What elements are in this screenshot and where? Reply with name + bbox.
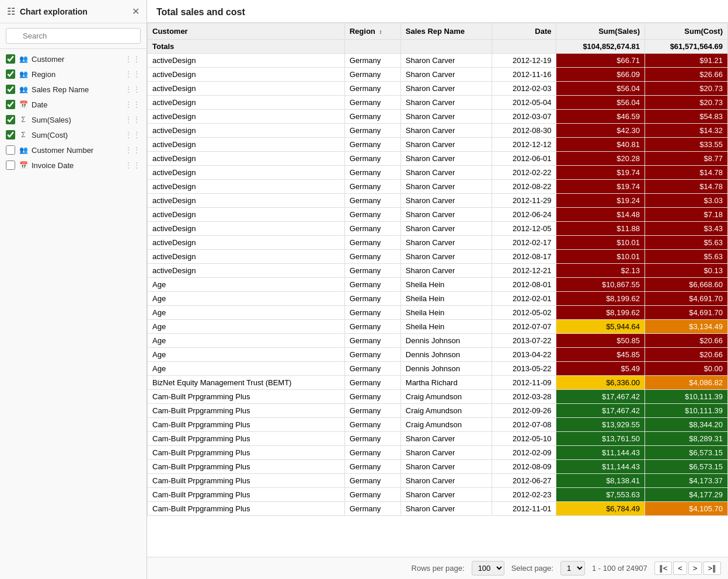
- table-wrap[interactable]: Customer Region ↕ Sales Rep Name Date Su…: [147, 23, 728, 557]
- table-row: activeDesign Germany Sharon Carver 2012-…: [148, 68, 728, 82]
- cell-region: Germany: [344, 138, 400, 152]
- drag-handle-sum_sales[interactable]: ⋮⋮: [124, 115, 141, 124]
- cell-date: 2012-03-28: [492, 390, 556, 404]
- cell-sales: $14.48: [556, 208, 645, 222]
- cell-customer: activeDesign: [148, 138, 345, 152]
- col-header-sum-cost[interactable]: Sum(Cost): [645, 23, 727, 40]
- type-icon-sum_cost: Σ: [19, 131, 28, 139]
- cell-cost: $8.77: [645, 152, 727, 166]
- cell-customer: activeDesign: [148, 68, 345, 82]
- cell-cost: $5.63: [645, 250, 727, 264]
- checkbox-region[interactable]: [6, 69, 15, 79]
- cell-rep: Sharon Carver: [400, 110, 492, 124]
- checkbox-sum_cost[interactable]: [6, 130, 15, 139]
- sidebar-item-sum_cost[interactable]: ΣSum(Cost)⋮⋮: [0, 127, 147, 142]
- col-header-customer[interactable]: Customer: [148, 23, 345, 40]
- cell-region: Germany: [344, 362, 400, 376]
- cell-rep: Sharon Carver: [400, 460, 492, 474]
- cell-sales: $20.28: [556, 152, 645, 166]
- table-row: Cam-Built Prpgramming Plus Germany Sharo…: [148, 432, 728, 446]
- field-label-region: Region: [32, 70, 121, 79]
- cell-date: 2013-07-22: [492, 334, 556, 348]
- sidebar-item-sum_sales[interactable]: ΣSum(Sales)⋮⋮: [0, 112, 147, 127]
- table-row: activeDesign Germany Sharon Carver 2012-…: [148, 236, 728, 250]
- cell-date: 2012-02-09: [492, 446, 556, 460]
- rows-per-page-select[interactable]: 100 50 200: [472, 561, 504, 575]
- cell-region: Germany: [344, 460, 400, 474]
- cell-date: 2012-03-07: [492, 110, 556, 124]
- sidebar-item-customer_number[interactable]: 👥Customer Number⋮⋮: [0, 142, 147, 158]
- table-row: activeDesign Germany Sharon Carver 2012-…: [148, 208, 728, 222]
- cell-region: Germany: [344, 348, 400, 362]
- cell-sales: $56.04: [556, 82, 645, 96]
- cell-customer: activeDesign: [148, 82, 345, 96]
- cell-rep: Sheila Hein: [400, 278, 492, 292]
- cell-sales: $10.01: [556, 236, 645, 250]
- cell-sales: $46.59: [556, 110, 645, 124]
- sidebar-item-customer[interactable]: 👥Customer⋮⋮: [0, 51, 147, 67]
- table-row: activeDesign Germany Sharon Carver 2012-…: [148, 250, 728, 264]
- totals-date: [492, 40, 556, 54]
- cell-customer: Age: [148, 292, 345, 306]
- drag-handle-date[interactable]: ⋮⋮: [124, 100, 141, 109]
- cell-cost: $6,573.15: [645, 460, 727, 474]
- cell-date: 2012-06-01: [492, 152, 556, 166]
- sidebar-title: Chart exploration: [20, 7, 88, 16]
- cell-rep: Sheila Hein: [400, 292, 492, 306]
- cell-rep: Sharon Carver: [400, 474, 492, 488]
- cell-customer: Cam-Built Prpgramming Plus: [148, 404, 345, 418]
- checkbox-customer[interactable]: [6, 54, 15, 64]
- sidebar-item-invoice_date[interactable]: 📅Invoice Date⋮⋮: [0, 158, 147, 173]
- cell-sales: $8,199.62: [556, 306, 645, 320]
- checkbox-date[interactable]: [6, 100, 15, 109]
- sidebar-item-region[interactable]: 👥Region⋮⋮: [0, 67, 147, 82]
- drag-handle-region[interactable]: ⋮⋮: [124, 69, 141, 79]
- cell-cost: $4,086.82: [645, 376, 727, 390]
- drag-handle-sales_rep_name[interactable]: ⋮⋮: [124, 85, 141, 94]
- cell-rep: Sharon Carver: [400, 96, 492, 110]
- data-table: Customer Region ↕ Sales Rep Name Date Su…: [147, 23, 728, 516]
- checkbox-sum_sales[interactable]: [6, 115, 15, 124]
- sidebar-item-date[interactable]: 📅Date⋮⋮: [0, 97, 147, 112]
- cell-sales: $10,867.55: [556, 278, 645, 292]
- table-row: Cam-Built Prpgramming Plus Germany Craig…: [148, 418, 728, 432]
- cell-customer: activeDesign: [148, 96, 345, 110]
- select-page-label: Select page:: [511, 564, 553, 573]
- table-row: Age Germany Dennis Johnson 2013-04-22 $4…: [148, 348, 728, 362]
- table-row: activeDesign Germany Sharon Carver 2012-…: [148, 194, 728, 208]
- sidebar-item-sales_rep_name[interactable]: 👥Sales Rep Name⋮⋮: [0, 82, 147, 97]
- cell-date: 2012-02-23: [492, 488, 556, 502]
- cell-date: 2012-09-26: [492, 404, 556, 418]
- search-input[interactable]: [6, 28, 141, 44]
- checkbox-invoice_date[interactable]: [6, 161, 15, 170]
- cell-rep: Sharon Carver: [400, 54, 492, 68]
- drag-handle-customer_number[interactable]: ⋮⋮: [124, 145, 141, 155]
- cell-cost: $20.73: [645, 82, 727, 96]
- close-button[interactable]: ✕: [132, 6, 140, 17]
- cell-rep: Sharon Carver: [400, 194, 492, 208]
- cell-rep: Sharon Carver: [400, 236, 492, 250]
- page-select[interactable]: 1: [560, 561, 585, 575]
- cell-customer: activeDesign: [148, 236, 345, 250]
- col-header-sales-rep[interactable]: Sales Rep Name: [400, 23, 492, 40]
- checkbox-customer_number[interactable]: [6, 145, 15, 155]
- last-page-button[interactable]: >‖: [703, 561, 721, 575]
- col-header-date[interactable]: Date: [492, 23, 556, 40]
- prev-page-button[interactable]: <: [673, 561, 687, 575]
- col-header-sum-sales[interactable]: Sum(Sales): [556, 23, 645, 40]
- checkbox-sales_rep_name[interactable]: [6, 85, 15, 94]
- table-header-row: Customer Region ↕ Sales Rep Name Date Su…: [148, 23, 728, 40]
- drag-handle-invoice_date[interactable]: ⋮⋮: [124, 161, 141, 170]
- cell-rep: Sharon Carver: [400, 68, 492, 82]
- cell-customer: Cam-Built Prpgramming Plus: [148, 488, 345, 502]
- cell-cost: $6,573.15: [645, 446, 727, 460]
- cell-cost: $6,668.60: [645, 278, 727, 292]
- col-header-region[interactable]: Region ↕: [344, 23, 400, 40]
- drag-handle-customer[interactable]: ⋮⋮: [124, 54, 141, 64]
- cell-sales: $5.49: [556, 362, 645, 376]
- drag-handle-sum_cost[interactable]: ⋮⋮: [124, 130, 141, 139]
- next-page-button[interactable]: >: [688, 561, 702, 575]
- first-page-button[interactable]: ‖<: [654, 561, 673, 575]
- field-label-date: Date: [32, 100, 121, 109]
- totals-rep: [400, 40, 492, 54]
